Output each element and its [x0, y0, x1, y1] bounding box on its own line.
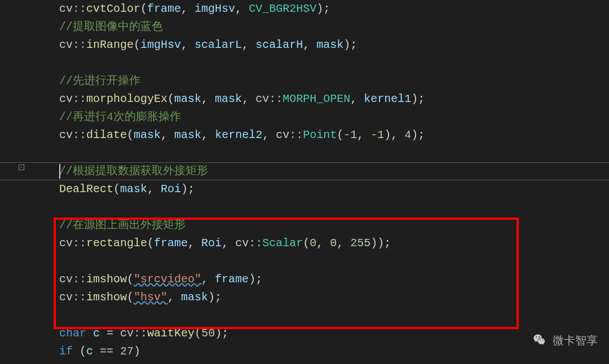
code-line	[59, 252, 609, 270]
code-line: char c = cv::waitKey(50);	[59, 325, 609, 343]
code-line	[59, 144, 609, 162]
code-line: cv::cvtColor(frame, imgHsv, CV_BGR2HSV);	[59, 0, 609, 18]
code-line	[59, 54, 609, 72]
line-number-gutter	[0, 0, 17, 364]
watermark: 微卡智享	[532, 332, 598, 348]
text-cursor	[59, 164, 60, 179]
code-line	[59, 307, 609, 325]
code-line: cv::rectangle(frame, Roi, cv::Scalar(0, …	[59, 234, 609, 252]
code-line	[59, 198, 609, 216]
code-line: //根据提取数据获取外接矩形	[59, 162, 609, 180]
code-line: cv::dilate(mask, mask, kernel2, cv::Poin…	[59, 126, 609, 144]
code-line: //在源图上画出外接矩形	[59, 216, 609, 234]
code-line: cv::morphologyEx(mask, mask, cv::MORPH_O…	[59, 90, 609, 108]
code-line: cv::imshow("hsv", mask);	[59, 288, 609, 307]
code-line: //再进行4次的膨胀操作	[59, 108, 609, 126]
code-line: DealRect(mask, Roi);	[59, 180, 609, 198]
fold-gutter: −	[17, 0, 25, 364]
watermark-text: 微卡智享	[553, 333, 598, 348]
code-line: cv::inRange(imgHsv, scalarL, scalarH, ma…	[59, 36, 609, 54]
code-line: //提取图像中的蓝色	[59, 18, 609, 36]
collapse-marker-icon[interactable]: −	[19, 165, 24, 170]
code-line: //先进行开操作	[59, 72, 609, 90]
code-line: cv::imshow("srcvideo", frame);	[59, 270, 609, 288]
wechat-icon	[532, 332, 548, 348]
code-content[interactable]: cv::cvtColor(frame, imgHsv, CV_BGR2HSV);…	[25, 0, 609, 364]
code-line: if (c == 27)	[59, 343, 609, 361]
code-editor: − cv::cvtColor(frame, imgHsv, CV_BGR2HSV…	[0, 0, 609, 364]
